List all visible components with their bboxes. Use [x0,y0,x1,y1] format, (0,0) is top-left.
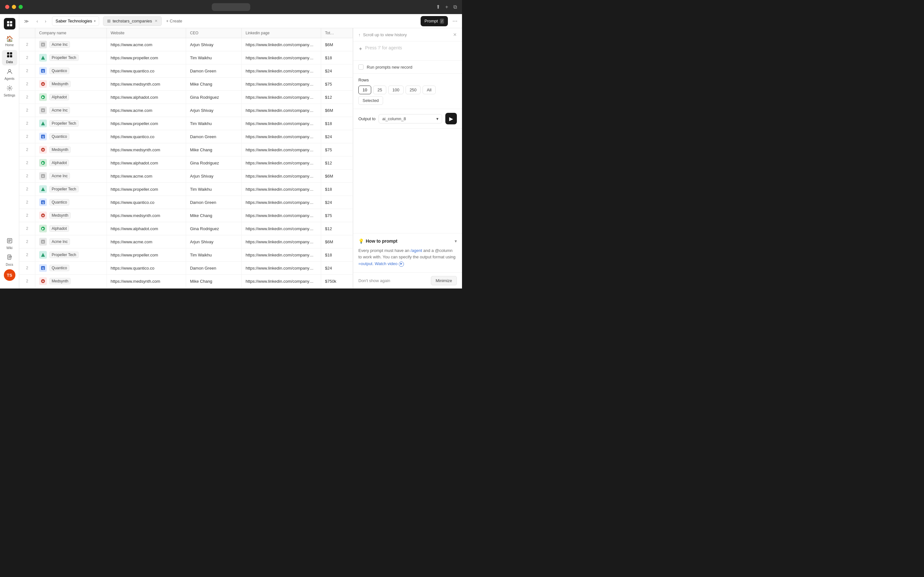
sidebar-item-docs[interactable]: Docs [2,253,17,268]
active-tab[interactable]: ⊞ techstars_companies ✕ [103,16,162,26]
agent-link[interactable]: /agent [411,248,422,253]
website-cell[interactable]: https://www.alphadot.com [107,91,186,104]
share-icon[interactable]: ⬆ [436,4,440,10]
linkedin-cell[interactable]: https://www.linkedin.com/company… [242,130,321,143]
sidebar-item-wiki[interactable]: Wiki [2,236,17,251]
row-option-10[interactable]: 10 [359,85,371,94]
user-avatar[interactable]: TS [4,269,15,281]
linkedin-cell[interactable]: https://www.linkedin.com/company… [242,275,321,288]
company-cell[interactable]: M Medsynth [35,77,107,91]
ceo-cell[interactable]: Mike Chang [186,275,242,288]
row-option-25[interactable]: 25 [373,85,386,94]
output-link[interactable]: =output. [359,261,373,266]
linkedin-cell[interactable]: https://www.linkedin.com/company… [242,51,321,64]
collapse-sidebar-button[interactable]: ≫ [22,17,31,26]
add-tab-icon[interactable]: + [445,4,448,10]
company-cell[interactable]: Q Quantico [35,261,107,275]
website-cell[interactable]: https://www.alphadot.com [107,156,186,169]
company-cell[interactable]: M Medsynth [35,143,107,156]
linkedin-cell[interactable]: https://www.linkedin.com/company… [242,156,321,169]
ceo-cell[interactable]: Damon Green [186,64,242,77]
prompt-input-area[interactable]: ✦ Press '/' for agents [353,41,462,61]
linkedin-cell[interactable]: https://www.linkedin.com/company… [242,104,321,117]
linkedin-cell[interactable]: https://www.linkedin.com/company… [242,209,321,222]
website-cell[interactable]: https://www.propeller.com [107,183,186,196]
history-close-icon[interactable]: ✕ [453,32,457,37]
ceo-cell[interactable]: Mike Chang [186,143,242,156]
ceo-cell[interactable]: Mike Chang [186,209,242,222]
ceo-cell[interactable]: Arjun Shivay [186,169,242,183]
col-header-website[interactable]: Website [107,28,186,38]
website-cell[interactable]: https://www.acme.com [107,235,186,248]
col-header-total[interactable]: Tot… [321,28,352,38]
website-cell[interactable]: https://www.medsynth.com [107,275,186,288]
tab-close-icon[interactable]: ✕ [155,19,158,23]
linkedin-cell[interactable]: https://www.linkedin.com/company… [242,248,321,261]
website-cell[interactable]: https://www.propeller.com [107,248,186,261]
linkedin-cell[interactable]: https://www.linkedin.com/company… [242,261,321,275]
company-cell[interactable]: Propeller Tech [35,248,107,261]
linkedin-cell[interactable]: https://www.linkedin.com/company… [242,235,321,248]
company-cell[interactable]: ▶ Alphadot [35,222,107,235]
ceo-cell[interactable]: Tim Waikhu [186,51,242,64]
ceo-cell[interactable]: Damon Green [186,130,242,143]
linkedin-cell[interactable]: https://www.linkedin.com/company… [242,143,321,156]
row-option-all[interactable]: All [423,85,435,94]
company-cell[interactable]: M Medsynth [35,209,107,222]
company-cell[interactable]: A Acme Inc [35,235,107,248]
website-cell[interactable]: https://www.propeller.com [107,51,186,64]
linkedin-cell[interactable]: https://www.linkedin.com/company… [242,222,321,235]
col-header-ceo[interactable]: CEO [186,28,242,38]
sidebar-item-settings[interactable]: Settings [2,83,17,99]
col-header-company[interactable]: Company name [35,28,107,38]
back-button[interactable]: ‹ [33,17,41,25]
website-cell[interactable]: https://www.medsynth.com [107,77,186,91]
website-cell[interactable]: https://www.quantico.co [107,196,186,209]
howto-chevron-icon[interactable]: ▾ [455,239,457,243]
company-cell[interactable]: ▶ Alphadot [35,91,107,104]
website-cell[interactable]: https://www.medsynth.com [107,143,186,156]
close-button[interactable] [5,5,9,9]
ceo-cell[interactable]: Tim Waikhu [186,183,242,196]
copy-icon[interactable]: ⧉ [453,4,457,10]
row-option-selected[interactable]: Selected [359,96,383,105]
ceo-cell[interactable]: Tim Waikhu [186,248,242,261]
more-options-button[interactable]: ⋯ [451,17,459,26]
sidebar-item-home[interactable]: 🏠 Home [2,33,17,49]
sidebar-item-data[interactable]: Data [2,50,17,65]
run-prompts-checkbox[interactable] [359,64,363,69]
col-header-linkedin[interactable]: Linkedin page [242,28,321,38]
company-cell[interactable]: Q Quantico [35,64,107,77]
website-cell[interactable]: https://www.quantico.co [107,261,186,275]
ceo-cell[interactable]: Damon Green [186,261,242,275]
website-cell[interactable]: https://www.acme.com [107,38,186,51]
watch-video-link[interactable]: Watch video ▶ [375,261,404,268]
website-cell[interactable]: https://www.medsynth.com [107,209,186,222]
ceo-cell[interactable]: Arjun Shivay [186,235,242,248]
minimize-window-button[interactable] [12,5,16,9]
run-button[interactable]: ▶ [445,113,457,124]
ceo-cell[interactable]: Gina Rodriguez [186,156,242,169]
company-cell[interactable]: Propeller Tech [35,51,107,64]
minimize-button[interactable]: Minimize [431,276,457,285]
company-cell[interactable]: M Medsynth [35,275,107,288]
output-select[interactable]: ai_column_8 ▾ [379,114,442,123]
company-cell[interactable]: Q Quantico [35,196,107,209]
fullscreen-button[interactable] [19,5,23,9]
company-cell[interactable]: A Acme Inc [35,38,107,51]
workspace-selector[interactable]: Saber Technologies ▾ [52,16,99,26]
website-cell[interactable]: https://www.propeller.com [107,117,186,130]
ceo-cell[interactable]: Tim Waikhu [186,117,242,130]
company-cell[interactable]: A Acme Inc [35,104,107,117]
ceo-cell[interactable]: Arjun Shivay [186,104,242,117]
linkedin-cell[interactable]: https://www.linkedin.com/company… [242,91,321,104]
ceo-cell[interactable]: Mike Chang [186,77,242,91]
create-button[interactable]: + Create [163,17,186,26]
linkedin-cell[interactable]: https://www.linkedin.com/company… [242,77,321,91]
linkedin-cell[interactable]: https://www.linkedin.com/company… [242,64,321,77]
app-logo[interactable] [4,18,15,29]
company-cell[interactable]: A Acme Inc [35,169,107,183]
ceo-cell[interactable]: Arjun Shivay [186,38,242,51]
sidebar-item-agents[interactable]: Agents [2,67,17,82]
company-cell[interactable]: Propeller Tech [35,117,107,130]
